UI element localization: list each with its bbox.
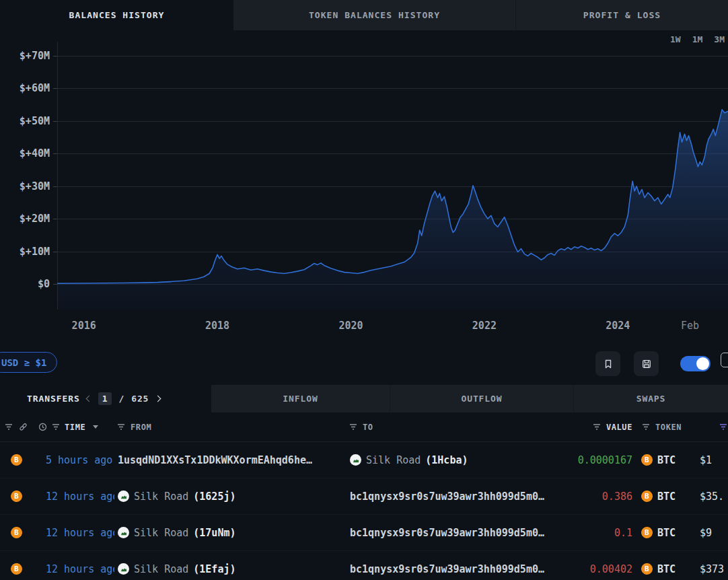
y-axis-label: $+60M: [0, 82, 50, 94]
token-symbol[interactable]: BTC: [657, 527, 676, 539]
x-axis-label: Feb: [681, 320, 699, 332]
from-entity-name[interactable]: Silk Road: [134, 491, 188, 503]
token-symbol[interactable]: BTC: [657, 454, 676, 466]
x-axis-label: 2016: [72, 320, 96, 332]
top-tab-bar: BALANCES HISTORY TOKEN BALANCES HISTORY …: [0, 0, 728, 30]
time-range-buttons: 1W1M3M: [670, 34, 725, 44]
usd-filter-chip[interactable]: USD ≥ $1: [0, 352, 57, 373]
usd-value: $9: [693, 527, 728, 539]
y-axis-label: $+70M: [0, 50, 50, 62]
to-address[interactable]: bc1qnysx9sr0s7uw39awr3hh099d5m0…: [350, 527, 544, 539]
column-from[interactable]: FROM: [131, 423, 151, 432]
clipped-edge-icon[interactable]: [721, 353, 728, 367]
tab-outflow[interactable]: OUTFLOW: [390, 385, 574, 412]
table-header: TIME FROM TO VALUE TOKEN: [0, 412, 728, 442]
toggle-knob: [696, 357, 709, 370]
y-axis-label: $0: [0, 278, 50, 290]
x-axis-label: 2024: [606, 320, 630, 332]
transfer-value: 0.1: [572, 527, 634, 539]
from-entity-tag[interactable]: (1625j): [193, 491, 235, 503]
page-separator: /: [118, 394, 124, 404]
clock-icon[interactable]: [38, 423, 47, 431]
tab-balances-history[interactable]: BALANCES HISTORY: [0, 0, 233, 30]
token-symbol[interactable]: BTC: [657, 491, 676, 503]
from-entity-name[interactable]: Silk Road: [134, 527, 188, 539]
chevron-down-icon: [93, 425, 98, 429]
range-button-1m[interactable]: 1M: [692, 34, 703, 44]
to-entity-name[interactable]: Silk Road: [366, 454, 421, 466]
y-axis-label: $+50M: [0, 115, 50, 127]
filter-funnel-icon[interactable]: [5, 424, 12, 430]
column-time[interactable]: TIME: [65, 423, 85, 432]
from-address[interactable]: 1usqdND1XXsTx1DDkWKXormEAhqd6he…: [118, 454, 312, 466]
page-current[interactable]: 1: [98, 392, 112, 405]
balances-history-chart: 1W1M3M $0$+10M$+20M$+30M$+40M$+50M$+60M$…: [0, 30, 728, 343]
table-row[interactable]: B 12 hours ago Silk Road (1Efaj) bc1qnys…: [0, 551, 728, 580]
column-token[interactable]: TOKEN: [655, 423, 682, 432]
page-next-icon[interactable]: [155, 396, 161, 402]
usd-value: $1: [693, 454, 728, 466]
transfer-value: 0.386: [572, 491, 634, 503]
silk-road-entity-icon: [350, 454, 361, 466]
token-symbol[interactable]: BTC: [657, 563, 676, 575]
table-row[interactable]: B 12 hours ago Silk Road (1625j) bc1qnys…: [0, 478, 728, 515]
from-entity-tag[interactable]: (17uNm): [193, 527, 235, 539]
filter-funnel-icon[interactable]: [52, 424, 59, 430]
transfers-label: TRANSFERS: [27, 394, 80, 404]
page-prev-icon[interactable]: [85, 396, 92, 402]
table-row[interactable]: B 12 hours ago Silk Road (17uNm) bc1qnys…: [0, 515, 728, 551]
table-row[interactable]: B 5 hours ago 1usqdND1XXsTx1DDkWKXormEAh…: [0, 442, 728, 478]
y-axis-label: $+20M: [0, 213, 50, 225]
tab-swaps[interactable]: SWAPS: [574, 385, 728, 412]
filter-action-row: USD ≥ $1: [0, 343, 728, 385]
transfer-value: 0.00402: [572, 563, 634, 575]
usd-value: $35.: [693, 491, 728, 503]
y-axis-label: $+10M: [0, 246, 50, 258]
tab-token-balances-history[interactable]: TOKEN BALANCES HISTORY: [233, 0, 516, 30]
btc-token-icon: B: [641, 563, 653, 575]
transfer-time-link[interactable]: 5 hours ago: [46, 454, 112, 466]
range-button-3m[interactable]: 3M: [714, 34, 725, 44]
page-total: 625: [131, 394, 149, 404]
from-entity-name[interactable]: Silk Road: [134, 563, 188, 575]
btc-token-icon: B: [641, 454, 653, 466]
bookmark-button[interactable]: [595, 351, 620, 376]
btc-token-icon: B: [641, 491, 653, 503]
tab-profit-loss[interactable]: PROFIT & LOSS: [516, 0, 728, 30]
to-address[interactable]: bc1qnysx9sr0s7uw39awr3hh099d5m0…: [350, 491, 544, 503]
table-tab-bar: TRANSFERS 1 / 625 INFLOW OUTFLOW SWAPS: [0, 385, 728, 412]
btc-token-icon: B: [641, 527, 653, 539]
save-icon: [641, 359, 652, 369]
balance-area-chart[interactable]: [57, 42, 728, 310]
filter-funnel-icon[interactable]: [350, 424, 357, 430]
chain-link-icon[interactable]: [19, 423, 28, 431]
filter-funnel-icon[interactable]: [118, 424, 124, 430]
bitcoin-chain-icon: B: [9, 527, 22, 538]
range-button-1w[interactable]: 1W: [670, 34, 681, 44]
tab-inflow[interactable]: INFLOW: [211, 385, 390, 412]
transfer-time-link[interactable]: 12 hours ago: [46, 527, 114, 539]
save-button[interactable]: [634, 351, 659, 376]
bitcoin-chain-icon: B: [9, 491, 22, 502]
tab-transfers[interactable]: TRANSFERS 1 / 625: [0, 385, 211, 412]
usd-value: $373: [693, 563, 728, 575]
filter-funnel-icon[interactable]: [593, 424, 600, 430]
to-address[interactable]: bc1qnysx9sr0s7uw39awr3hh099d5m0…: [350, 563, 544, 575]
column-to[interactable]: TO: [363, 423, 373, 432]
transfer-time-link[interactable]: 12 hours ago: [46, 491, 114, 503]
bitcoin-chain-icon: B: [9, 563, 22, 575]
filter-funnel-icon-active[interactable]: [720, 424, 727, 430]
x-axis-label: 2018: [205, 320, 229, 332]
silk-road-entity-icon: [118, 527, 129, 538]
filter-funnel-icon[interactable]: [643, 424, 649, 430]
column-value[interactable]: VALUE: [606, 423, 632, 432]
to-entity-tag[interactable]: (1Hcba): [425, 454, 468, 466]
bookmark-icon: [603, 359, 614, 369]
filter-toggle[interactable]: [680, 356, 711, 371]
bitcoin-chain-icon: B: [9, 454, 22, 466]
chart-area-fill: [57, 110, 728, 310]
from-entity-tag[interactable]: (1Efaj): [193, 563, 235, 575]
silk-road-entity-icon: [118, 491, 129, 502]
y-axis-label: $+30M: [0, 180, 50, 192]
transfer-time-link[interactable]: 12 hours ago: [46, 563, 114, 575]
